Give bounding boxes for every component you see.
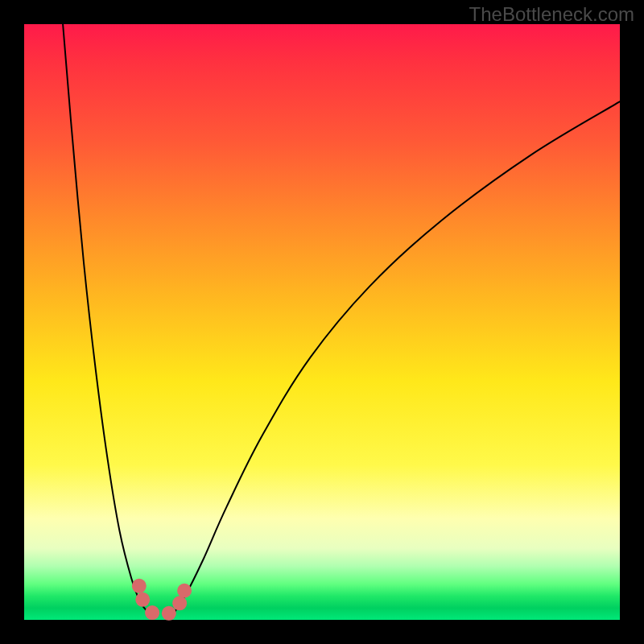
watermark-text: TheBottleneck.com <box>469 3 634 26</box>
chart-overlay <box>24 24 620 620</box>
marker-dot <box>132 579 147 593</box>
curve-right-branch <box>173 101 620 613</box>
marker-dot <box>172 596 187 610</box>
chart-plot-area <box>24 24 620 620</box>
marker-group <box>132 579 192 621</box>
marker-dot <box>135 592 150 607</box>
marker-dot <box>177 584 192 598</box>
marker-dot <box>162 606 176 621</box>
marker-dot <box>145 605 159 620</box>
curve-left-branch <box>63 24 149 614</box>
